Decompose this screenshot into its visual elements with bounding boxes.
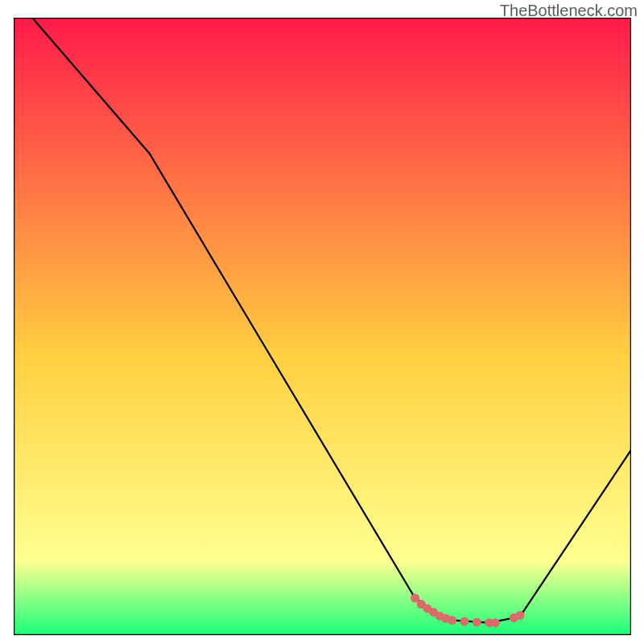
axes-frame [14,18,631,635]
svg-rect-1 [14,19,631,635]
plot-area [14,18,631,635]
chart-container: TheBottleneck.com [0,0,644,644]
attribution-label: TheBottleneck.com [500,2,638,20]
